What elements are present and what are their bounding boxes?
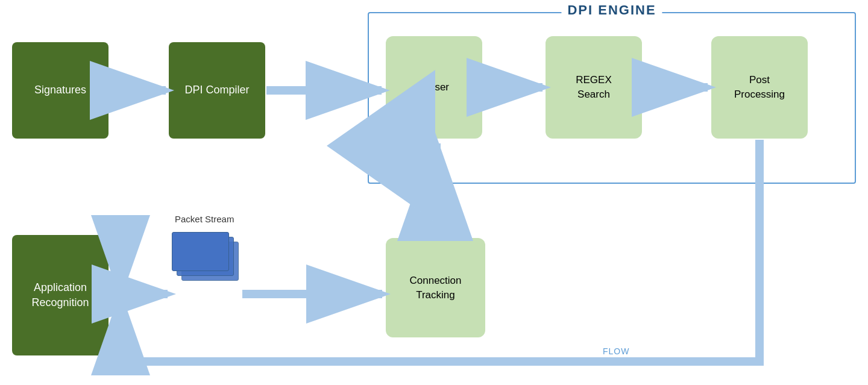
regex-search-label: REGEXSearch bbox=[576, 73, 612, 102]
post-processing-box: PostProcessing bbox=[711, 36, 808, 139]
app-recognition-label: ApplicationRecognition bbox=[27, 275, 93, 315]
dpi-compiler-label: DPI Compiler bbox=[184, 83, 249, 98]
flow-label: FLOW bbox=[603, 346, 629, 356]
connection-tracking-box: ConnectionTracking bbox=[386, 238, 485, 337]
parser-label: Parser bbox=[419, 80, 449, 95]
dpi-engine-title: DPI ENGINE bbox=[561, 2, 662, 18]
app-recognition-box: ApplicationRecognition bbox=[12, 235, 108, 355]
post-processing-label: PostProcessing bbox=[734, 73, 785, 102]
packet-card-front bbox=[172, 232, 229, 271]
signatures-label: Signatures bbox=[34, 83, 86, 98]
signatures-box: Signatures bbox=[12, 42, 108, 139]
connection-tracking-label: ConnectionTracking bbox=[409, 274, 461, 302]
parser-box: Parser bbox=[386, 36, 482, 139]
packet-stream-label: Packet Stream bbox=[175, 214, 234, 224]
diagram-container: DPI ENGINE Signatures DPI Compiler Parse… bbox=[0, 0, 868, 385]
packet-stack bbox=[172, 232, 241, 286]
regex-search-box: REGEXSearch bbox=[546, 36, 642, 139]
dpi-compiler-box: DPI Compiler bbox=[169, 42, 265, 139]
